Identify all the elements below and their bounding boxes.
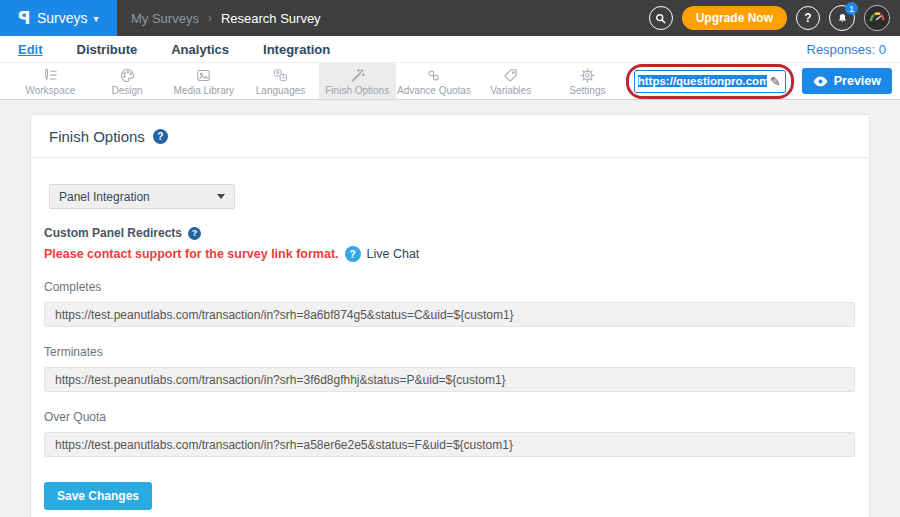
breadcrumb-my-surveys[interactable]: My Surveys [131, 11, 199, 26]
tab-edit[interactable]: Edit [18, 42, 43, 57]
question-mark-icon: ? [804, 11, 811, 25]
gear-icon [579, 67, 596, 84]
toolbar-item-media-library[interactable]: Media Library [165, 63, 242, 99]
terminates-field-group: Terminates [44, 345, 855, 392]
caret-down-icon: ▾ [94, 13, 99, 24]
search-button[interactable] [649, 6, 673, 30]
toolbar-label: Workspace [25, 85, 75, 96]
breadcrumb: My Surveys › Research Survey [131, 11, 321, 26]
dropdown-selected-value: Panel Integration [59, 190, 217, 204]
tab-integration[interactable]: Integration [263, 42, 330, 57]
over-quota-field-group: Over Quota [44, 410, 855, 457]
upgrade-now-button[interactable]: Upgrade Now [682, 6, 787, 30]
terminates-url-input[interactable] [44, 367, 855, 392]
over-quota-label: Over Quota [44, 410, 855, 424]
breadcrumb-current-survey: Research Survey [221, 11, 321, 26]
toolbar-label: Variables [490, 85, 531, 96]
support-note: Please contact support for the survey li… [44, 247, 339, 261]
toolbar-item-advance-quotas[interactable]: Advance Quotas [396, 63, 473, 99]
magic-wand-icon [349, 67, 366, 84]
toolbar-item-design[interactable]: Design [89, 63, 166, 99]
user-avatar[interactable] [864, 5, 890, 31]
live-chat-link[interactable]: Live Chat [367, 247, 420, 261]
tab-distribute[interactable]: Distribute [77, 42, 138, 57]
notification-badge: 1 [845, 2, 858, 15]
live-chat-help-icon[interactable]: ? [345, 246, 361, 262]
workspace-icon [42, 67, 59, 84]
page-title: Finish Options [49, 128, 145, 145]
toolbar-item-languages[interactable]: A Languages [242, 63, 319, 99]
chain-links-icon [425, 67, 442, 84]
redirects-help-icon[interactable]: ? [188, 227, 201, 240]
product-switcher[interactable]: P Surveys ▾ [0, 0, 117, 36]
image-icon [195, 67, 212, 84]
terminates-label: Terminates [44, 345, 855, 359]
support-note-row: Please contact support for the survey li… [44, 246, 855, 262]
survey-nav-row: Edit Distribute Analytics Integration Re… [0, 36, 900, 63]
top-bar: P Surveys ▾ My Surveys › Research Survey… [0, 0, 900, 36]
custom-panel-redirects-row: Custom Panel Redirects ? [44, 226, 855, 240]
survey-url-selected-text: https://questionpro.com/t/A [638, 75, 767, 87]
finish-options-card: Finish Options ? Panel Integration Custo… [30, 114, 870, 517]
finish-options-help-icon[interactable]: ? [153, 129, 168, 144]
product-label: Surveys [37, 10, 88, 26]
tab-analytics[interactable]: Analytics [171, 42, 229, 57]
toolbar-item-variables[interactable]: Variables [472, 63, 549, 99]
palette-icon [119, 67, 136, 84]
translate-icon: A [272, 67, 289, 84]
preview-label: Preview [834, 74, 881, 88]
completes-field-group: Completes [44, 280, 855, 327]
section-title: Custom Panel Redirects [44, 226, 182, 240]
search-icon [654, 12, 667, 25]
responses-count[interactable]: Responses: 0 [807, 42, 887, 57]
edit-toolbar: Workspace Design Media Library A Languag… [0, 63, 900, 100]
toolbar-item-settings[interactable]: Settings [549, 63, 626, 99]
eye-icon [813, 76, 828, 87]
toolbar-label: Settings [569, 85, 605, 96]
notifications-button[interactable]: 1 [829, 5, 855, 31]
card-header: Finish Options ? [31, 115, 869, 158]
page-content: Finish Options ? Panel Integration Custo… [0, 100, 900, 517]
toolbar-label: Finish Options [325, 85, 389, 96]
panel-integration-dropdown[interactable]: Panel Integration [49, 184, 235, 209]
survey-url-input[interactable]: https://questionpro.com/t/A ✎ [634, 70, 786, 93]
avatar-gauge-icon [865, 6, 889, 30]
annotation-highlight-ring: https://questionpro.com/t/A ✎ [626, 64, 794, 99]
tag-icon [502, 67, 519, 84]
breadcrumb-separator-icon: › [208, 11, 212, 25]
toolbar-right-group: https://questionpro.com/t/A ✎ Preview [626, 63, 900, 99]
toolbar-item-finish-options[interactable]: Finish Options [319, 63, 396, 99]
completes-url-input[interactable] [44, 302, 855, 327]
toolbar-item-workspace[interactable]: Workspace [12, 63, 89, 99]
topbar-actions: Upgrade Now ? 1 [649, 5, 900, 31]
survey-nav-tabs: Edit Distribute Analytics Integration [18, 42, 330, 57]
preview-button[interactable]: Preview [802, 68, 892, 94]
questionpro-logo-icon: P [18, 8, 30, 28]
help-button[interactable]: ? [796, 6, 820, 30]
over-quota-url-input[interactable] [44, 432, 855, 457]
card-body: Panel Integration Custom Panel Redirects… [31, 158, 869, 517]
toolbar-label: Advance Quotas [397, 85, 471, 96]
completes-label: Completes [44, 280, 855, 294]
chevron-down-icon [217, 194, 225, 199]
toolbar-label: Languages [256, 85, 306, 96]
toolbar-label: Design [112, 85, 143, 96]
edit-pencil-icon[interactable]: ✎ [770, 74, 781, 89]
toolbar-label: Media Library [174, 85, 235, 96]
save-changes-button[interactable]: Save Changes [44, 482, 152, 510]
